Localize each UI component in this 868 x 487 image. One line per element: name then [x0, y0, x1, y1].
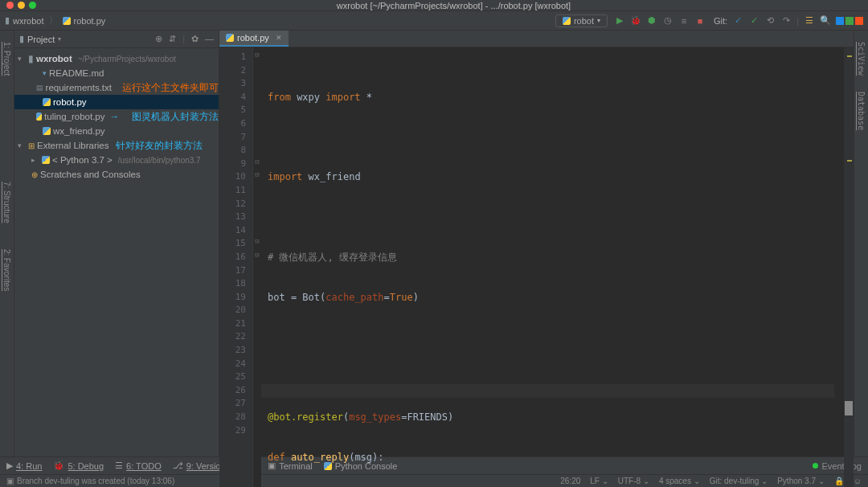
arrow-icon: →: [110, 112, 120, 121]
window-controls: [6, 2, 36, 9]
structure-tool-tab[interactable]: 7: Structure: [2, 177, 11, 228]
editor-tabs: robot.py ✕: [219, 31, 854, 47]
tree-python-sdk[interactable]: ▸ < Python 3.7 > /usr/local/bin/python3.…: [14, 153, 219, 167]
maximize-window-button[interactable]: [29, 2, 36, 9]
run-tool-tab[interactable]: ▶ 4: Run: [6, 460, 42, 471]
concurrency-button[interactable]: ≡: [678, 15, 690, 27]
git-update-button[interactable]: ✓: [732, 15, 743, 27]
debug-button[interactable]: 🐞: [630, 15, 641, 27]
tree-file-readme[interactable]: ▾ README.md: [14, 66, 219, 80]
code-editor[interactable]: 1234567891011121314151617181920212223242…: [219, 47, 854, 487]
close-window-button[interactable]: [6, 2, 14, 9]
tab-robot-py[interactable]: robot.py ✕: [219, 31, 289, 47]
project-panel-title: Project: [27, 35, 55, 44]
breadcrumb[interactable]: ▮ wxrobot 〉 robot.py: [5, 14, 105, 27]
database-tool-tab[interactable]: Database: [857, 87, 866, 135]
folder-icon: ▮: [19, 34, 24, 44]
debug-tool-tab[interactable]: 🐞 5: Debug: [53, 460, 104, 471]
hide-panel-icon[interactable]: —: [205, 34, 214, 44]
annotation-text: 针对好友的封装方法: [116, 139, 203, 153]
git-commit-button[interactable]: ✓: [748, 15, 760, 27]
expand-all-icon[interactable]: ⇵: [169, 34, 176, 44]
scratches-icon: ⊕: [31, 170, 38, 179]
project-tool-window: ▮ Project ▾ ⊕ ⇵ | ✿ — ▾▮ wxrobot ~/Pycha…: [14, 31, 219, 456]
tree-file-robot[interactable]: robot.py: [14, 95, 219, 109]
stop-button[interactable]: ■: [694, 15, 706, 27]
editor-area: robot.py ✕ 12345678910111213141516171819…: [219, 31, 854, 456]
navigation-bar: ▮ wxrobot 〉 robot.py robot ▾ ▶ 🐞 ⬢ ◷ ≡ ■…: [0, 11, 868, 31]
project-panel-header: ▮ Project ▾ ⊕ ⇵ | ✿ —: [14, 31, 219, 48]
python-file-icon: [63, 17, 71, 25]
git-revert-button[interactable]: ↷: [780, 15, 792, 27]
hector-status-icon[interactable]: ☺: [854, 477, 862, 485]
git-label: Git:: [714, 16, 727, 26]
search-everywhere-button[interactable]: 🔍: [820, 15, 831, 27]
close-tab-icon[interactable]: ✕: [276, 34, 282, 42]
python-icon: [563, 17, 571, 25]
annotation-text: 运行这个主文件夹即可: [122, 81, 219, 95]
python-file-icon: [36, 113, 42, 121]
python-file-icon: [43, 98, 51, 106]
tree-scratches[interactable]: ⊕ Scratches and Consoles: [14, 167, 219, 182]
profile-button[interactable]: ◷: [662, 15, 674, 27]
todo-tool-tab[interactable]: ☰ 6: TODO: [115, 460, 162, 471]
status-message: Branch dev-tuling was created (today 13:…: [17, 477, 174, 485]
sciview-tool-tab[interactable]: SciView: [857, 37, 866, 80]
folder-icon: ▮: [5, 15, 10, 26]
tree-external-libraries[interactable]: ▾⊞ External Libraries 针对好友的封装方法: [14, 138, 219, 153]
breadcrumb-file[interactable]: robot.py: [74, 16, 106, 26]
project-tree[interactable]: ▾▮ wxrobot ~/PycharmProjects/wxrobot ▾ R…: [14, 48, 219, 185]
chevron-right-icon: 〉: [49, 14, 58, 27]
run-button[interactable]: ▶: [614, 15, 625, 27]
git-history-button[interactable]: ⟲: [764, 15, 776, 27]
project-tool-tab[interactable]: 1: Project: [2, 37, 11, 80]
run-configuration-selector[interactable]: robot ▾: [555, 14, 608, 27]
python-icon: [42, 156, 50, 164]
tree-file-requirements[interactable]: ▤ requirements.txt 运行这个主文件夹即可: [14, 80, 219, 95]
folder-icon: ▮: [28, 53, 34, 64]
hector-icon[interactable]: ☰: [804, 15, 815, 27]
external-tool-icons[interactable]: [836, 17, 863, 25]
locate-file-icon[interactable]: ⊕: [155, 34, 162, 44]
markdown-file-icon: ▾: [43, 69, 47, 77]
left-tool-window-bar: 1: Project 7: Structure 2: Favorites: [0, 31, 14, 456]
library-icon: ⊞: [28, 141, 35, 150]
tool-window-toggle-icon[interactable]: ▣: [6, 477, 14, 485]
python-file-icon: [226, 34, 234, 42]
settings-icon[interactable]: ✿: [191, 34, 199, 44]
editor-minimap[interactable]: [844, 47, 854, 487]
chevron-down-icon[interactable]: ▾: [58, 35, 61, 43]
window-title: wxrobot [~/PycharmProjects/wxrobot] - ..…: [46, 1, 862, 10]
fold-gutter[interactable]: ⊟⊟⊟⊟⊟: [253, 47, 261, 487]
code-content[interactable]: from wxpy import * import wx_friend # 微信…: [261, 47, 844, 487]
tree-file-wxfriend[interactable]: wx_friend.py: [14, 124, 219, 138]
right-tool-window-bar: SciView Database: [854, 31, 868, 456]
coverage-button[interactable]: ⬢: [646, 15, 657, 27]
line-number-gutter[interactable]: 1234567891011121314151617181920212223242…: [219, 47, 253, 487]
python-file-icon: [43, 127, 51, 135]
minimize-window-button[interactable]: [18, 2, 25, 9]
favorites-tool-tab[interactable]: 2: Favorites: [2, 244, 11, 296]
chevron-down-icon: ▾: [597, 17, 600, 24]
annotation-text: 图灵机器人封装方法: [132, 110, 219, 124]
tree-file-tuling[interactable]: tuling_robot.py → 图灵机器人封装方法: [14, 109, 219, 124]
breadcrumb-root[interactable]: wxrobot: [13, 16, 44, 26]
tree-root[interactable]: ▾▮ wxrobot ~/PycharmProjects/wxrobot: [14, 51, 219, 66]
window-titlebar: wxrobot [~/PycharmProjects/wxrobot] - ..…: [0, 0, 868, 11]
text-file-icon: ▤: [36, 84, 43, 92]
